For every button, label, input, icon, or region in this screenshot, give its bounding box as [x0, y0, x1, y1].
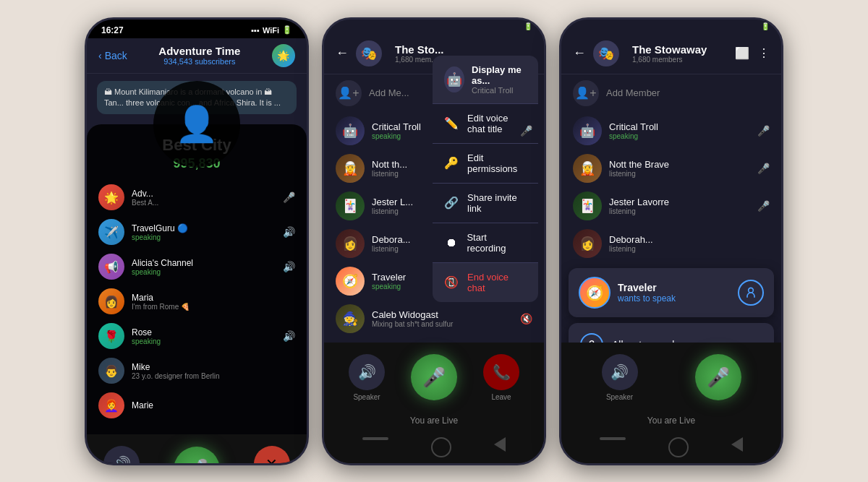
audio-icon: 🔊 — [103, 446, 140, 465]
member-status: listening — [609, 207, 750, 215]
member-info: Mike 23 y.o. designer from Berlin — [132, 362, 295, 380]
android-recent-nav-3[interactable] — [731, 437, 743, 452]
member-info: Deborah... listening — [609, 234, 770, 253]
phone-3: 🔋 ← 🎭 The Stowaway 1,680 members ⬜ ⋮ 👤+ … — [559, 17, 783, 465]
member-info: TravelGuru 🔵 speaking — [132, 223, 276, 241]
back-button[interactable]: ‹ Back — [98, 50, 127, 61]
member-name: Marie — [132, 400, 295, 410]
member-avatar: 👩 — [573, 229, 602, 258]
share-invite-label: Share invite link — [467, 192, 527, 214]
android-back-nav[interactable] — [362, 437, 388, 440]
leave-button[interactable]: ✕ leave — [254, 446, 290, 465]
member-status: I'm from Rome 🍕 — [132, 303, 295, 311]
speaker-button[interactable]: 🔊 Speaker — [349, 354, 385, 401]
end-voice-chat-menu-item[interactable]: 📵 End voice chat — [433, 263, 538, 302]
battery-icon: 🔋 — [524, 22, 532, 30]
member-status: speaking — [132, 337, 276, 345]
edit-permissions-menu-item[interactable]: 🔑 Edit permissions — [433, 144, 538, 184]
mute-icon: 🎤 — [283, 191, 295, 203]
audio-button[interactable]: 🔊 audio — [103, 446, 140, 465]
back-arrow-icon[interactable]: ← — [336, 46, 349, 61]
group-subtitle-3: 1,680 members — [632, 56, 728, 64]
android-home-nav-3[interactable] — [668, 437, 689, 457]
member-name: Jester Lavorre — [609, 197, 750, 207]
phone-1: 16:27 ▪▪▪ WiFi 🔋 ‹ Back Adventure Time 9… — [85, 17, 309, 465]
menu-display-label: Display me as... — [472, 64, 527, 86]
leave-label: Leave — [491, 393, 511, 401]
android-home-nav[interactable] — [431, 437, 451, 457]
member-avatar: 🃏 — [336, 191, 365, 220]
member-name: Rose — [132, 327, 276, 337]
start-recording-menu-item[interactable]: ⏺ Start recording — [433, 223, 538, 263]
edit-icon: ✏️ — [444, 116, 459, 130]
member-info: Marie — [132, 400, 295, 410]
member-name: Nott the Brave — [609, 159, 750, 170]
signal-icon: ▪▪▪ — [251, 26, 260, 35]
mic-button[interactable]: 🎤 — [411, 354, 457, 400]
android-recent-nav[interactable] — [494, 437, 506, 452]
mic-button-3[interactable]: 🎤 — [695, 354, 741, 400]
mic-icon: 🎤 — [411, 354, 457, 400]
member-name: Alicia's Channel — [132, 258, 276, 268]
add-member-row-3[interactable]: 👤+ Add Member — [561, 74, 781, 112]
popup-avatar: 🧭 — [579, 277, 610, 309]
header-icons: ⬜ ⋮ — [735, 46, 770, 60]
list-item: 👩‍🦰 Marie — [98, 388, 295, 423]
more-options-icon[interactable]: ⋮ — [758, 46, 770, 60]
voice-controls: 🔊 Speaker 🎤 📞 Leave — [324, 343, 544, 413]
screenshots-container: 16:27 ▪▪▪ WiFi 🔋 ‹ Back Adventure Time 9… — [0, 0, 868, 482]
speaker-icon: 🔊 — [349, 354, 385, 390]
battery-icon-3: 🔋 — [761, 22, 770, 30]
mic-icon: 🔊 — [283, 226, 295, 238]
member-avatar: 🧝 — [336, 154, 365, 183]
popup-notification: 🧭 Traveler wants to speak — [569, 268, 774, 317]
back-arrow-icon-3[interactable]: ← — [573, 46, 586, 61]
member-info: Rose speaking — [132, 327, 276, 345]
leave-icon: 📞 — [483, 354, 519, 390]
member-avatar: 👩‍🦰 — [98, 392, 124, 418]
edit-title-menu-item[interactable]: ✏️ Edit voice chat title — [433, 104, 538, 144]
muted-icon: 🎤 — [757, 200, 770, 212]
bottom-controls-3: 🔊 Speaker 🎤 You are Live — [561, 343, 781, 463]
member-status: speaking — [132, 268, 276, 276]
share-invite-menu-item[interactable]: 🔗 Share invite link — [433, 184, 538, 223]
android-back-nav-3[interactable] — [600, 437, 626, 440]
android-status-bar-3: 🔋 — [561, 20, 781, 33]
member-avatar: 🧙 — [336, 304, 365, 333]
edit-title-label: Edit voice chat title — [467, 113, 527, 134]
leave-button[interactable]: 📞 Leave — [483, 354, 519, 401]
member-name: Mike — [132, 362, 295, 372]
mic-icon: 🎤 — [174, 447, 220, 465]
member-avatar: 🃏 — [573, 191, 602, 220]
channel-subtitle: 934,543 subscribers — [158, 57, 240, 66]
group-avatar: 🎭 — [356, 40, 382, 66]
add-member-icon: 👤+ — [336, 80, 362, 106]
member-avatar: 👩 — [98, 288, 124, 314]
member-name: Maria — [132, 293, 295, 303]
member-avatar: 📢 — [98, 254, 124, 280]
list-item: ✈️ TravelGuru 🔵 speaking 🔊 — [98, 215, 295, 249]
member-status: speaking — [609, 132, 750, 140]
nav-bar: ‹ Back Adventure Time 934,543 subscriber… — [87, 38, 307, 74]
list-item: 📢 Alicia's Channel speaking 🔊 — [98, 249, 295, 284]
menu-display-subtitle: Critical Troll — [472, 86, 527, 95]
speak-request-icon[interactable] — [738, 280, 764, 306]
screen-share-icon[interactable]: ⬜ — [735, 46, 749, 60]
popup-action: wants to speak — [618, 293, 731, 304]
chevron-left-icon: ‹ — [98, 50, 102, 61]
channel-avatar[interactable]: 🌟 — [272, 44, 295, 67]
list-item: 🧙 Caleb Widogast Mixing bat sh*t and sul… — [324, 300, 544, 337]
member-status: listening — [609, 170, 750, 178]
you-are-live-label-3: You are Live — [561, 413, 781, 431]
member-info: Maria I'm from Rome 🍕 — [132, 293, 295, 311]
p3-header: ← 🎭 The Stowaway 1,680 members ⬜ ⋮ — [561, 33, 781, 74]
link-icon: 🔗 — [444, 196, 459, 210]
speaker-button-3[interactable]: 🔊 Speaker — [602, 354, 638, 401]
popup-info: Traveler wants to speak — [618, 282, 731, 304]
mic-icon: 🎤 — [757, 125, 770, 137]
voice-members-list: 🌟 Adv... Best A... 🎤 ✈️ TravelGuru 🔵 spe… — [98, 180, 295, 423]
leave-icon: ✕ — [254, 446, 290, 465]
speaker-label: Speaker — [353, 393, 380, 401]
status-icons: ▪▪▪ WiFi 🔋 — [251, 25, 292, 35]
mic-button[interactable]: 🎤 — [174, 447, 220, 465]
